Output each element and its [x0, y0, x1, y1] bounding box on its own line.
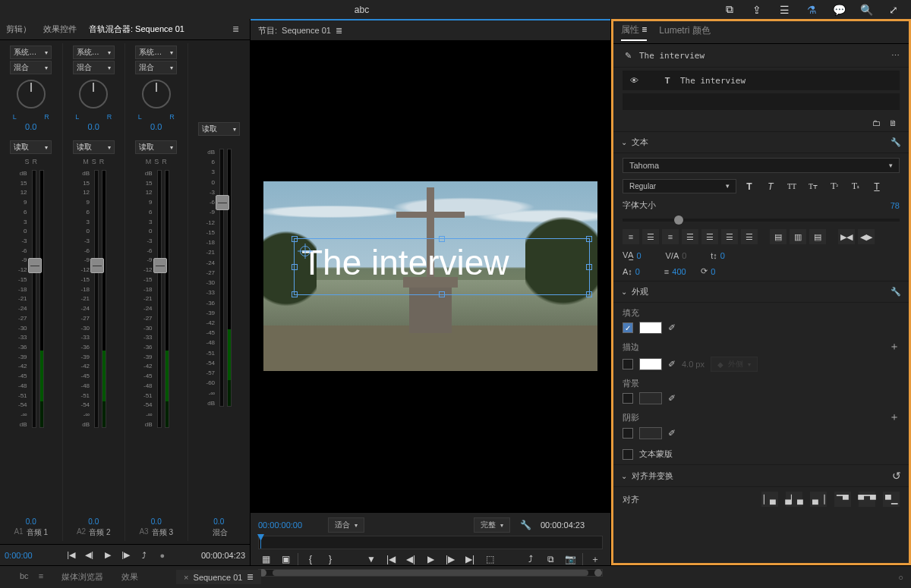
subscript-button[interactable]: T₂: [847, 180, 864, 193]
tategaki-button[interactable]: ▶◀: [838, 229, 855, 244]
section-align-header[interactable]: ⌄ 对齐并变换 ↺: [613, 464, 909, 487]
tab-effects[interactable]: 效果控件: [37, 24, 83, 35]
new-layer-icon[interactable]: 🗎: [887, 118, 898, 128]
image-add-icon[interactable]: ⧉: [723, 4, 736, 16]
tab-clip[interactable]: 剪辑）: [0, 24, 37, 35]
pan-value[interactable]: 0.0: [25, 122, 36, 131]
zoom-select[interactable]: 适合: [328, 517, 364, 533]
eyedropper-icon[interactable]: ✐: [668, 393, 676, 404]
chat-icon[interactable]: 💬: [833, 4, 845, 16]
section-text-header[interactable]: ⌄ 文本 🔧: [613, 131, 909, 153]
align-vcenter-button[interactable]: ▀▔▀: [859, 492, 875, 507]
tracking-control[interactable]: VA̲0: [623, 250, 652, 260]
goto-out-button[interactable]: ▶|: [462, 552, 478, 566]
timecode-in[interactable]: 0:00:00: [5, 551, 33, 560]
mix-select[interactable]: 混合: [135, 61, 177, 74]
panel-menu-icon[interactable]: ≣: [247, 572, 254, 582]
text-mask-checkbox[interactable]: [623, 449, 633, 460]
align-hcenter-button[interactable]: ▄▏▄: [786, 492, 802, 507]
add-stroke-button[interactable]: ＋: [889, 340, 900, 354]
tab-lumetri[interactable]: Lumetri 颜色: [659, 24, 710, 40]
align-top-button[interactable]: ▤: [770, 229, 786, 244]
fill-checkbox[interactable]: [623, 322, 633, 333]
kerning-control[interactable]: V/A0: [666, 251, 698, 260]
read-select[interactable]: 读取: [10, 140, 52, 154]
eyedropper-icon[interactable]: ✐: [668, 428, 676, 439]
step-fwd-button[interactable]: |▶: [120, 550, 132, 560]
fill-color-swatch[interactable]: [639, 322, 662, 334]
more-options-icon[interactable]: ⋯: [891, 51, 900, 61]
tab-project[interactable]: bc ≡: [5, 568, 51, 586]
out-point-button[interactable]: }: [323, 552, 338, 566]
program-scrollbar[interactable]: [258, 569, 603, 577]
stroke-checkbox[interactable]: [623, 359, 633, 369]
search-icon[interactable]: 🔍: [860, 4, 872, 16]
system-select[interactable]: 系统…: [73, 46, 115, 59]
prev-button[interactable]: |◀: [65, 550, 77, 560]
program-timeline-ruler[interactable]: [258, 536, 603, 549]
pan-knob[interactable]: [142, 80, 171, 108]
reset-icon[interactable]: ↺: [892, 470, 901, 482]
play-button[interactable]: ▶: [423, 552, 438, 566]
goto-in-button[interactable]: |◀: [383, 552, 399, 566]
program-tab-name[interactable]: Sequence 01: [282, 26, 331, 35]
volume-fader[interactable]: [32, 170, 36, 428]
underline-button[interactable]: T: [868, 180, 885, 193]
read-select[interactable]: 读取: [198, 122, 240, 136]
align-top-edge-button[interactable]: ▔▀: [834, 492, 851, 507]
flask-icon[interactable]: ⚗: [805, 4, 818, 16]
stroke-position-select[interactable]: ◆ 外侧: [711, 357, 758, 372]
smallcaps-button[interactable]: Tᴛ: [805, 180, 821, 193]
new-folder-icon[interactable]: 🗀: [871, 118, 881, 128]
align-bottom-edge-button[interactable]: ▀▁: [883, 492, 900, 507]
tab-audio-mixer[interactable]: 音轨混合器: Sequence 01: [83, 24, 191, 35]
tab-properties[interactable]: 属性 ≡: [621, 24, 647, 41]
background-color-swatch[interactable]: [639, 392, 662, 404]
eye-icon[interactable]: 👁: [629, 75, 639, 86]
allcaps-button[interactable]: TT: [783, 180, 800, 193]
settings-icon[interactable]: ☰: [778, 4, 790, 16]
step-back-button[interactable]: ◀|: [403, 552, 418, 566]
playhead-icon[interactable]: [260, 536, 261, 549]
panel-menu-icon[interactable]: ≣: [336, 26, 342, 36]
volume-fader[interactable]: [219, 149, 224, 407]
safe-margin-button[interactable]: ▣: [278, 552, 293, 566]
timecode-current[interactable]: 00:00:00:00: [258, 520, 320, 530]
add-marker-button[interactable]: ▼: [364, 552, 379, 566]
justify-all-button[interactable]: ☰: [741, 229, 758, 244]
align-center-button[interactable]: ☰: [642, 229, 659, 244]
export-button[interactable]: ⤴: [138, 551, 150, 560]
align-left-button[interactable]: ≡: [623, 229, 639, 244]
text-selection-box[interactable]: [294, 238, 590, 295]
section-appearance-header[interactable]: ⌄ 外观 🔧: [613, 281, 909, 303]
mix-select[interactable]: 混合: [73, 61, 115, 74]
font-weight-select[interactable]: Regular: [623, 179, 736, 193]
wrench-icon[interactable]: 🔧: [518, 518, 533, 532]
wrench-icon[interactable]: 🔧: [891, 287, 901, 297]
panel-menu-icon[interactable]: ≣: [226, 24, 245, 34]
font-size-value[interactable]: 78: [891, 201, 900, 210]
italic-button[interactable]: T: [762, 180, 779, 193]
align-right-button[interactable]: ≡: [662, 229, 679, 244]
font-size-slider[interactable]: [623, 219, 900, 222]
tsume-control[interactable]: t↕0: [711, 251, 736, 260]
step-back-button[interactable]: ◀|: [84, 550, 96, 560]
stroke-color-swatch[interactable]: [639, 358, 662, 370]
bold-button[interactable]: T: [741, 180, 758, 193]
timeline-zoom-icon[interactable]: ○: [898, 573, 903, 582]
pan-knob[interactable]: [17, 80, 46, 108]
wrench-icon[interactable]: 🔧: [891, 137, 901, 147]
play-button[interactable]: ▶: [102, 550, 114, 560]
system-select[interactable]: 系统…: [135, 46, 177, 59]
baseline-control[interactable]: ≡400: [664, 267, 687, 276]
button-editor-button[interactable]: ＋: [588, 552, 603, 566]
justify-center-button[interactable]: ☰: [701, 229, 718, 244]
sequence-tab[interactable]: × Sequence 01 ≣: [176, 570, 261, 584]
align-right-edge-button[interactable]: ▄▕: [810, 492, 827, 507]
timecode-out[interactable]: 00:00:04:23: [201, 551, 245, 560]
add-shadow-button[interactable]: ＋: [889, 410, 900, 424]
eyedropper-icon[interactable]: ✐: [668, 322, 676, 333]
read-select[interactable]: 读取: [135, 140, 177, 154]
system-select[interactable]: 系统…: [10, 46, 52, 59]
stroke-width-value[interactable]: 4.0 px: [682, 360, 705, 369]
